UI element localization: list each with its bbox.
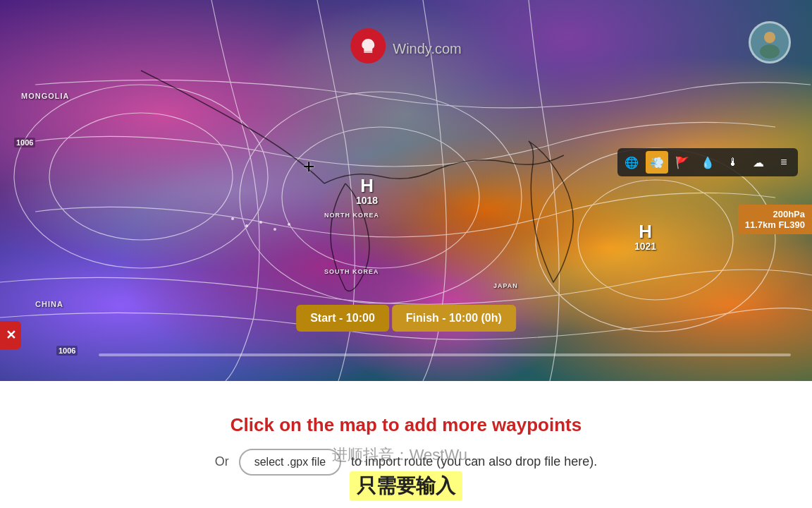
menu-button[interactable]: ≡ [773,151,795,174]
close-button[interactable]: ✕ [0,321,21,349]
bottom-panel: Click on the map to add more waypoints O… [0,381,812,508]
windy-brand-text: Windy.com [393,33,461,59]
globe-button[interactable]: 🌐 [620,151,643,174]
svg-point-9 [273,228,276,231]
map-toolbar: 🌐 💨 🚩 💧 🌡 ☁ ≡ [617,148,798,176]
instruction-text: Click on the map to add more waypoints [230,414,582,436]
avatar[interactable] [749,21,791,64]
svg-point-12 [764,32,775,43]
region-label-mongolia: MONGOLIA [21,92,70,100]
region-label-japan: JAPAN [493,282,518,289]
chinese-subtitle: 只需要输入 [350,471,462,501]
svg-point-13 [760,44,780,59]
cloud-button[interactable]: ☁ [747,151,770,174]
crosshair-icon: + [303,155,314,178]
isobar-label-2: 1006 [56,346,78,356]
region-label-north-korea: NORTH KOREA [324,212,379,219]
svg-point-1 [49,113,233,240]
map-container[interactable]: Windy.com 🌐 💨 🚩 💧 🌡 ☁ ≡ 200hPa 11.7km FL… [0,0,812,381]
region-label-south-korea: SOUTH KOREA [324,268,379,275]
start-button[interactable]: Start - 10:00 [296,305,389,332]
svg-point-6 [231,217,234,220]
svg-point-0 [14,85,268,268]
high-pressure-2: H 1021 [634,222,656,252]
svg-point-3 [282,127,479,268]
isobar-label-1: 1006 [14,138,35,147]
instruction-suffix: to import route (you can also drop file … [351,454,597,469]
finish-button[interactable]: Finish - 10:00 (0h) [392,305,516,332]
select-gpx-button[interactable]: select .gpx file [239,449,341,476]
pressure-badge: 200hPa 11.7km FL390 [738,205,812,234]
svg-point-7 [245,224,248,227]
or-label: Or [215,454,229,469]
svg-point-10 [288,223,290,226]
temp-button[interactable]: 🌡 [722,151,744,174]
svg-point-8 [259,221,262,224]
rain-button[interactable]: 💧 [696,151,719,174]
route-controls: Start - 10:00 Finish - 10:00 (0h) [296,305,516,332]
high-pressure-1: H 1018 [356,176,378,206]
flag-button[interactable]: 🚩 [671,151,694,174]
region-label-china: CHINA [35,300,63,308]
windy-icon [350,28,386,64]
windy-logo: Windy.com [350,28,461,64]
timeline-bar[interactable] [99,353,791,356]
wind-button[interactable]: 💨 [646,151,668,174]
